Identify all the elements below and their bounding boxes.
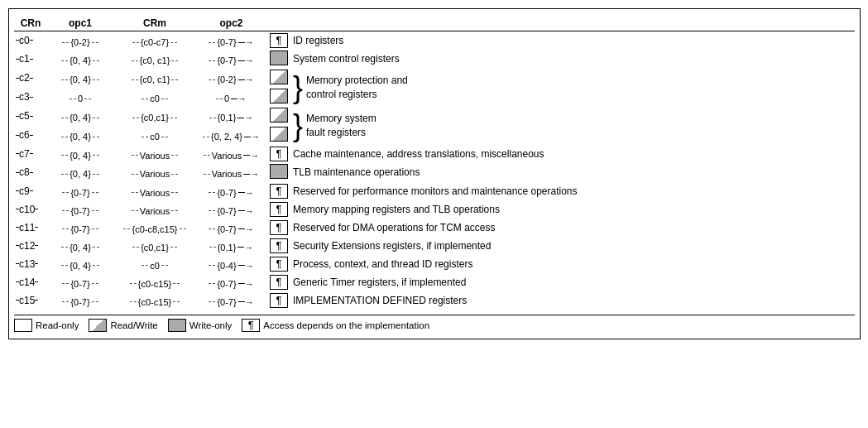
cell-icon: [266, 50, 291, 69]
cell-crn: c0: [14, 31, 47, 50]
cell-opc1: {0, 4}: [47, 107, 113, 126]
legend-label-ro: Read-only: [36, 320, 79, 330]
legend-writeonly: Write-only: [168, 319, 233, 332]
cell-crn: c11: [14, 219, 47, 237]
cell-opc2: {0, 2, 4}→: [196, 126, 266, 145]
cell-desc: System control registers: [291, 50, 855, 69]
col-header-icon: [266, 16, 291, 31]
cell-crn: c10: [14, 200, 47, 219]
table-row: c10{0-7}Various{0-7}→¶Memory mapping reg…: [14, 200, 855, 219]
diagram-container: CRn opc1 CRm opc2 c0{0-2}{c0-c7}{0-7}→¶I…: [8, 8, 861, 339]
cell-opc2: {0-4}→: [196, 255, 266, 273]
cell-desc: Cache maintenance, address translations,…: [291, 145, 855, 163]
cell-icon: [266, 126, 291, 145]
cell-opc1: {0, 4}: [47, 50, 113, 69]
cell-crm: c0: [113, 255, 196, 273]
cell-desc: }Memory systemfault registers: [291, 107, 855, 145]
cell-opc1: {0, 4}: [47, 237, 113, 255]
cell-opc1: {0, 4}: [47, 163, 113, 182]
table-row: c1{0, 4}{c0, c1}{0-7}→System control reg…: [14, 50, 855, 69]
col-header-crm: CRm: [113, 16, 196, 31]
cell-desc: }Memory protection andcontrol registers: [291, 69, 855, 107]
cell-crm: Various: [113, 200, 196, 219]
cell-opc1: {0, 4}: [47, 69, 113, 88]
cell-icon: [266, 163, 291, 182]
cell-desc: Reserved for DMA operations for TCM acce…: [291, 219, 855, 237]
cell-desc: IMPLEMENTATION DEFINED registers: [291, 291, 855, 310]
legend-icon-para: ¶: [242, 319, 260, 332]
cell-crn: c5: [14, 107, 47, 126]
cell-crn: c8: [14, 163, 47, 182]
legend-label-wo: Write-only: [189, 320, 233, 330]
cell-opc2: {0,1}→: [196, 237, 266, 255]
cell-opc2: {0-7}→: [196, 219, 266, 237]
cell-crm: Various: [113, 163, 196, 182]
cell-crn: c2: [14, 69, 47, 88]
cell-crn: c13: [14, 255, 47, 273]
cell-crn: c15: [14, 291, 47, 310]
col-header-crn: CRn: [14, 16, 47, 31]
table-row: c5{0, 4}{c0,c1}{0,1}→}Memory systemfault…: [14, 107, 855, 126]
cell-icon: ¶: [266, 31, 291, 50]
cell-icon: [266, 69, 291, 88]
cell-crm: {c0-c15}: [113, 273, 196, 291]
table-row: c15{0-7}{c0-c15}{0-7}→¶IMPLEMENTATION DE…: [14, 291, 855, 310]
cell-desc: Reserved for performance monitors and ma…: [291, 182, 855, 200]
cell-crn: c6: [14, 126, 47, 145]
cell-desc: Security Extensions registers, if implem…: [291, 237, 855, 255]
cell-crm: {c0, c1}: [113, 69, 196, 88]
cell-opc2: {0-2}→: [196, 69, 266, 88]
cell-icon: [266, 88, 291, 107]
cell-icon: ¶: [266, 182, 291, 200]
cell-crm: {c0, c1}: [113, 50, 196, 69]
cell-desc: Generic Timer registers, if implemented: [291, 273, 855, 291]
cell-opc2: Various→: [196, 145, 266, 163]
cell-icon: ¶: [266, 273, 291, 291]
cell-desc: TLB maintenance operations: [291, 163, 855, 182]
cell-desc: Process, context, and thread ID register…: [291, 255, 855, 273]
col-header-opc2: opc2: [196, 16, 266, 31]
table-row: c9{0-7}Various{0-7}→¶Reserved for perfor…: [14, 182, 855, 200]
cell-icon: ¶: [266, 219, 291, 237]
cell-crm: {c0-c8,c15}: [113, 219, 196, 237]
table-row: c8{0, 4}VariousVarious→TLB maintenance o…: [14, 163, 855, 182]
legend-readonly: Read-only: [14, 319, 79, 332]
table-row: c11{0-7}{c0-c8,c15}{0-7}→¶Reserved for D…: [14, 219, 855, 237]
cell-opc2: Various→: [196, 163, 266, 182]
cell-icon: ¶: [266, 237, 291, 255]
cell-crm: {c0,c1}: [113, 107, 196, 126]
cell-crn: c3: [14, 88, 47, 107]
cell-desc: Memory mapping registers and TLB operati…: [291, 200, 855, 219]
cell-crn: c9: [14, 182, 47, 200]
legend-icon-rw: [89, 319, 107, 332]
legend-label-rw: Read/Write: [110, 320, 157, 330]
table-row: c14{0-7}{c0-c15}{0-7}→¶Generic Timer reg…: [14, 273, 855, 291]
cell-icon: ¶: [266, 255, 291, 273]
table-row: c7{0, 4}VariousVarious→¶Cache maintenanc…: [14, 145, 855, 163]
cell-crn: c12: [14, 237, 47, 255]
cell-crm: c0: [113, 88, 196, 107]
cell-opc2: {0-7}→: [196, 182, 266, 200]
table-row: c0{0-2}{c0-c7}{0-7}→¶ID registers: [14, 31, 855, 50]
cell-opc2: {0-7}→: [196, 50, 266, 69]
legend: Read-only Read/Write Write-only ¶ Access…: [14, 315, 855, 332]
cell-opc2: {0-7}→: [196, 31, 266, 50]
cell-icon: ¶: [266, 200, 291, 219]
cell-opc1: {0-2}: [47, 31, 113, 50]
cell-opc1: 0: [47, 88, 113, 107]
col-header-desc: [291, 16, 855, 31]
main-table: CRn opc1 CRm opc2 c0{0-2}{c0-c7}{0-7}→¶I…: [14, 16, 855, 310]
cell-opc2: {0-7}→: [196, 200, 266, 219]
legend-para: ¶ Access depends on the implementation: [242, 319, 429, 332]
cell-crm: {c0-c15}: [113, 291, 196, 310]
table-row: c13{0, 4}c0{0-4}→¶Process, context, and …: [14, 255, 855, 273]
cell-opc2: 0→: [196, 88, 266, 107]
cell-crn: c1: [14, 50, 47, 69]
cell-opc1: {0-7}: [47, 182, 113, 200]
cell-crm: Various: [113, 145, 196, 163]
cell-crm: {c0,c1}: [113, 237, 196, 255]
cell-icon: ¶: [266, 291, 291, 310]
cell-opc1: {0, 4}: [47, 145, 113, 163]
table-row: c12{0, 4}{c0,c1}{0,1}→¶Security Extensio…: [14, 237, 855, 255]
cell-opc2: {0-7}→: [196, 291, 266, 310]
